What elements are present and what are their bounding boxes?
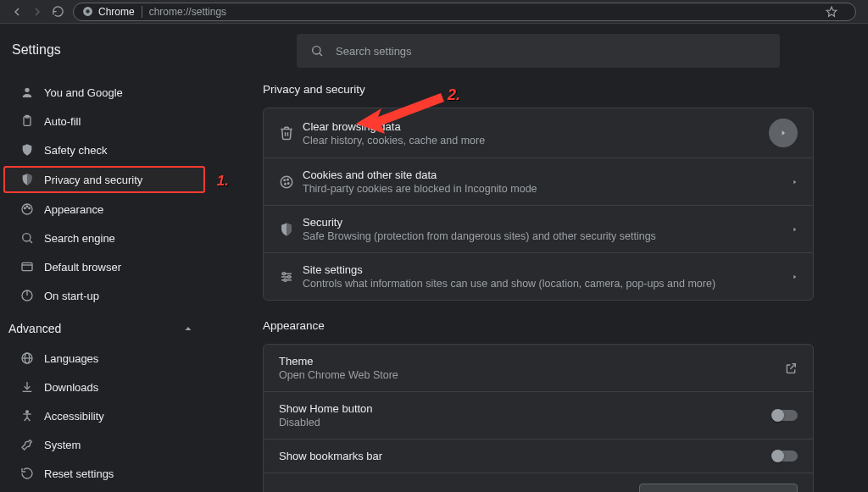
row-security[interactable]: Security Safe Browsing (protection from … — [264, 205, 813, 252]
palette-icon — [20, 202, 39, 216]
row-title: Show Home button — [279, 402, 772, 415]
chrome-icon: Chrome — [82, 6, 135, 18]
search-input[interactable] — [336, 45, 766, 58]
privacy-card: Clear browsing data Clear history, cooki… — [263, 108, 814, 301]
sidebar-item-appearance[interactable]: Appearance — [0, 195, 212, 224]
row-font-size[interactable]: Font size Medium (Recommended) — [264, 473, 813, 492]
accessibility-icon — [20, 409, 39, 423]
sidebar-item-safety-check[interactable]: Safety check — [0, 135, 212, 164]
sidebar-item-search-engine[interactable]: Search engine — [0, 224, 212, 252]
font-size-select[interactable]: Medium (Recommended) — [639, 484, 798, 492]
address-bar[interactable]: Chrome chrome://settings — [73, 3, 856, 21]
sidebar-label: Safety check — [44, 144, 107, 157]
browser-icon — [20, 260, 39, 274]
svg-marker-43 — [793, 274, 796, 279]
sidebar-item-on-startup[interactable]: On start-up — [0, 281, 212, 310]
toggle-switch[interactable] — [772, 451, 798, 462]
sidebar-label: Downloads — [44, 381, 98, 394]
toggle-switch[interactable] — [772, 410, 798, 421]
shield-check-icon — [20, 143, 39, 157]
row-title: Clear browsing data — [303, 120, 769, 133]
row-clear-browsing-data[interactable]: Clear browsing data Clear history, cooki… — [264, 108, 813, 158]
svg-point-33 — [285, 183, 287, 185]
advanced-label: Advanced — [8, 322, 61, 335]
sidebar-item-reset-settings[interactable]: Reset settings — [0, 459, 212, 488]
svg-point-41 — [288, 275, 291, 278]
svg-point-30 — [281, 176, 292, 188]
row-subtitle: Open Chrome Web Store — [279, 369, 784, 381]
chevron-right-icon — [792, 273, 798, 281]
svg-point-42 — [284, 279, 287, 281]
chevron-right-circle-icon[interactable] — [769, 119, 798, 147]
sidebar-item-you-and-google[interactable]: You and Google — [0, 78, 212, 107]
sidebar-item-system[interactable]: System — [0, 430, 212, 459]
back-button[interactable] — [7, 2, 27, 22]
sidebar-label: Reset settings — [44, 467, 114, 480]
row-show-home-button[interactable]: Show Home button Disabled — [264, 391, 813, 439]
sidebar-item-privacy-and-security[interactable]: Privacy and security 1. — [3, 166, 205, 193]
omnibox-app-label: Chrome — [98, 6, 135, 18]
power-icon — [20, 289, 39, 302]
sidebar-label: Auto-fill — [44, 115, 81, 128]
section-title-privacy: Privacy and security — [263, 83, 814, 96]
svg-line-28 — [320, 53, 322, 56]
sidebar-item-accessibility[interactable]: Accessibility — [0, 401, 212, 430]
row-theme[interactable]: Theme Open Chrome Web Store — [264, 345, 813, 391]
restore-icon — [20, 467, 39, 480]
svg-marker-2 — [826, 7, 837, 16]
cookie-icon — [279, 174, 303, 190]
svg-point-10 — [23, 234, 31, 241]
browser-top-bar: Chrome chrome://settings — [0, 0, 868, 24]
svg-point-8 — [26, 206, 28, 207]
svg-point-40 — [283, 272, 286, 274]
search-icon — [310, 44, 324, 58]
sidebar-label: Accessibility — [44, 410, 104, 423]
svg-marker-16 — [186, 327, 192, 330]
sidebar-label: On start-up — [44, 290, 99, 302]
sidebar-item-languages[interactable]: Languages — [0, 344, 212, 373]
bookmark-star-icon[interactable] — [821, 6, 842, 18]
svg-marker-36 — [793, 227, 796, 231]
forward-button[interactable] — [27, 2, 47, 22]
sidebar-item-downloads[interactable]: Downloads — [0, 373, 212, 401]
svg-point-31 — [284, 180, 286, 181]
chevron-up-icon — [183, 323, 193, 334]
sidebar-item-autofill[interactable]: Auto-fill — [0, 107, 212, 135]
svg-point-3 — [25, 88, 29, 92]
appearance-card: Theme Open Chrome Web Store Show Home bu… — [263, 344, 814, 492]
sidebar-label: System — [44, 439, 81, 451]
settings-sidebar: Settings You and Google Auto-fill Safety… — [0, 24, 212, 492]
shield-icon — [20, 173, 39, 186]
clipboard-icon — [20, 114, 39, 128]
sidebar-item-default-browser[interactable]: Default browser — [0, 252, 212, 281]
settings-title: Settings — [0, 42, 212, 78]
wrench-icon — [20, 438, 39, 451]
search-settings[interactable] — [297, 34, 780, 68]
omnibox-url: chrome://settings — [149, 6, 226, 18]
tune-icon — [279, 269, 303, 285]
chevron-right-icon — [792, 225, 798, 234]
row-subtitle: Disabled — [279, 417, 772, 428]
sidebar-label: Search engine — [44, 232, 115, 245]
reload-button[interactable] — [47, 2, 68, 22]
svg-point-32 — [287, 179, 289, 180]
chevron-right-icon — [792, 178, 798, 186]
sidebar-advanced-toggle[interactable]: Advanced — [0, 310, 212, 344]
row-site-settings[interactable]: Site settings Controls what information … — [264, 252, 813, 300]
section-title-appearance: Appearance — [263, 319, 814, 332]
svg-point-7 — [24, 207, 25, 209]
row-show-bookmarks-bar[interactable]: Show bookmarks bar — [264, 439, 813, 473]
row-title: Security — [303, 216, 792, 229]
svg-point-9 — [29, 207, 31, 209]
row-title: Site settings — [303, 263, 792, 276]
annotation-2: 2. — [448, 86, 460, 104]
row-subtitle: Controls what information sites can use … — [303, 278, 792, 290]
settings-main: Privacy and security Clear browsing data… — [212, 24, 868, 492]
row-cookies[interactable]: Cookies and other site data Third-party … — [264, 158, 813, 205]
sidebar-label: Privacy and security — [44, 174, 142, 186]
open-external-icon[interactable] — [784, 362, 798, 375]
svg-point-22 — [26, 411, 29, 413]
svg-point-1 — [86, 9, 89, 13]
trash-icon — [279, 125, 303, 141]
download-icon — [20, 380, 39, 394]
